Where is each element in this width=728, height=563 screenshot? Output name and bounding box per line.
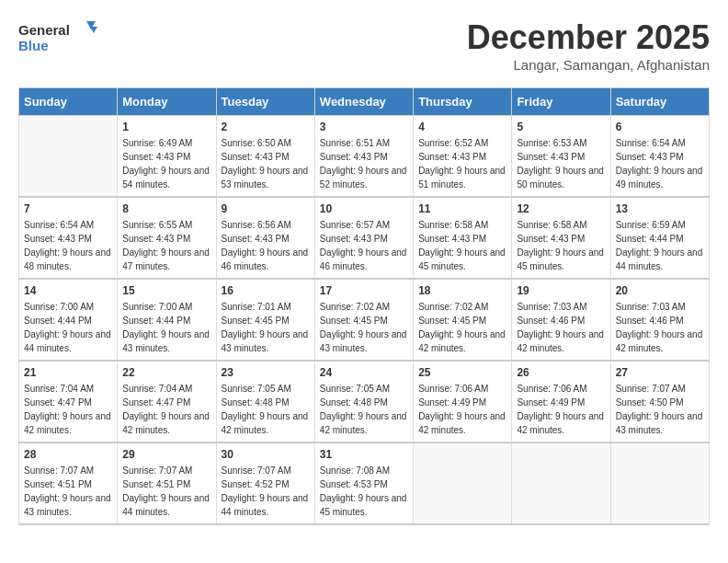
calendar-day-cell: 10Sunrise: 6:57 AMSunset: 4:43 PMDayligh… bbox=[314, 197, 413, 279]
daylight-text: Daylight: 9 hours and 42 minutes. bbox=[418, 411, 506, 435]
daylight-text: Daylight: 9 hours and 44 minutes. bbox=[122, 493, 210, 517]
calendar-day-cell: 25Sunrise: 7:06 AMSunset: 4:49 PMDayligh… bbox=[414, 361, 512, 442]
calendar-day-cell: 8Sunrise: 6:55 AMSunset: 4:43 PMDaylight… bbox=[118, 197, 216, 279]
calendar-week-row: 7Sunrise: 6:54 AMSunset: 4:43 PMDaylight… bbox=[19, 197, 710, 279]
day-info: Sunrise: 6:52 AMSunset: 4:43 PMDaylight:… bbox=[418, 136, 506, 191]
day-number: 2 bbox=[222, 121, 310, 133]
calendar-day-cell: 19Sunrise: 7:03 AMSunset: 4:46 PMDayligh… bbox=[512, 279, 610, 361]
daylight-text: Daylight: 9 hours and 43 minutes. bbox=[320, 329, 407, 353]
calendar-day-cell: 30Sunrise: 7:07 AMSunset: 4:52 PMDayligh… bbox=[216, 442, 314, 524]
sunrise-text: Sunrise: 7:04 AM bbox=[122, 384, 192, 394]
daylight-text: Daylight: 9 hours and 42 minutes. bbox=[320, 411, 407, 435]
day-info: Sunrise: 7:02 AMSunset: 4:45 PMDaylight:… bbox=[320, 300, 408, 355]
sunset-text: Sunset: 4:43 PM bbox=[122, 152, 190, 162]
day-number: 12 bbox=[517, 202, 605, 215]
sunset-text: Sunset: 4:45 PM bbox=[418, 316, 486, 326]
calendar-day-cell bbox=[414, 442, 512, 524]
day-info: Sunrise: 7:06 AMSunset: 4:49 PMDaylight:… bbox=[418, 382, 506, 437]
day-number: 26 bbox=[517, 366, 605, 379]
daylight-text: Daylight: 9 hours and 43 minutes. bbox=[222, 329, 309, 353]
day-number: 6 bbox=[616, 121, 704, 133]
sunrise-text: Sunrise: 7:06 AM bbox=[517, 384, 586, 394]
calendar-day-cell: 18Sunrise: 7:02 AMSunset: 4:45 PMDayligh… bbox=[414, 279, 512, 361]
day-info: Sunrise: 6:49 AMSunset: 4:43 PMDaylight:… bbox=[122, 136, 210, 191]
sunset-text: Sunset: 4:43 PM bbox=[222, 234, 290, 244]
weekday-header-cell: Sunday bbox=[19, 88, 118, 116]
day-number: 16 bbox=[222, 284, 310, 297]
sunset-text: Sunset: 4:43 PM bbox=[517, 152, 585, 162]
month-title: December 2025 bbox=[467, 18, 710, 57]
weekday-header-cell: Monday bbox=[118, 88, 216, 116]
sunset-text: Sunset: 4:48 PM bbox=[320, 397, 388, 408]
sunrise-text: Sunrise: 6:50 AM bbox=[222, 138, 291, 148]
day-info: Sunrise: 7:07 AMSunset: 4:50 PMDaylight:… bbox=[616, 382, 704, 437]
daylight-text: Daylight: 9 hours and 42 minutes. bbox=[222, 411, 309, 435]
daylight-text: Daylight: 9 hours and 46 minutes. bbox=[320, 247, 407, 271]
sunrise-text: Sunrise: 7:03 AM bbox=[616, 302, 686, 312]
sunset-text: Sunset: 4:44 PM bbox=[616, 234, 684, 244]
sunset-text: Sunset: 4:46 PM bbox=[616, 316, 684, 326]
svg-text:Blue: Blue bbox=[18, 38, 49, 53]
calendar-day-cell: 2Sunrise: 6:50 AMSunset: 4:43 PMDaylight… bbox=[216, 116, 314, 198]
day-info: Sunrise: 7:02 AMSunset: 4:45 PMDaylight:… bbox=[418, 300, 506, 355]
sunrise-text: Sunrise: 7:07 AM bbox=[122, 465, 192, 476]
day-info: Sunrise: 6:56 AMSunset: 4:43 PMDaylight:… bbox=[222, 218, 310, 273]
calendar-day-cell: 7Sunrise: 6:54 AMSunset: 4:43 PMDaylight… bbox=[19, 197, 118, 279]
day-number: 14 bbox=[24, 284, 112, 297]
daylight-text: Daylight: 9 hours and 42 minutes. bbox=[122, 411, 210, 435]
sunset-text: Sunset: 4:43 PM bbox=[418, 152, 486, 162]
day-info: Sunrise: 7:04 AMSunset: 4:47 PMDaylight:… bbox=[122, 382, 210, 437]
calendar-day-cell: 12Sunrise: 6:58 AMSunset: 4:43 PMDayligh… bbox=[512, 197, 610, 279]
day-number: 24 bbox=[320, 366, 408, 379]
sunset-text: Sunset: 4:45 PM bbox=[320, 316, 388, 326]
sunrise-text: Sunrise: 7:08 AM bbox=[320, 465, 390, 476]
weekday-header-cell: Tuesday bbox=[216, 88, 314, 116]
day-info: Sunrise: 7:03 AMSunset: 4:46 PMDaylight:… bbox=[517, 300, 605, 355]
calendar-table: SundayMondayTuesdayWednesdayThursdayFrid… bbox=[18, 87, 710, 525]
sunset-text: Sunset: 4:47 PM bbox=[122, 397, 190, 408]
sunrise-text: Sunrise: 7:03 AM bbox=[517, 302, 586, 312]
sunset-text: Sunset: 4:43 PM bbox=[517, 234, 585, 244]
sunrise-text: Sunrise: 7:05 AM bbox=[222, 384, 291, 394]
sunrise-text: Sunrise: 6:51 AM bbox=[320, 138, 390, 148]
calendar-day-cell: 28Sunrise: 7:07 AMSunset: 4:51 PMDayligh… bbox=[19, 442, 118, 524]
calendar-day-cell: 24Sunrise: 7:05 AMSunset: 4:48 PMDayligh… bbox=[314, 361, 413, 442]
sunset-text: Sunset: 4:44 PM bbox=[24, 316, 92, 326]
sunset-text: Sunset: 4:47 PM bbox=[24, 397, 92, 408]
weekday-header-cell: Saturday bbox=[610, 88, 709, 116]
logo-svg: General Blue bbox=[18, 18, 101, 60]
header: General Blue December 2025 Langar, Saman… bbox=[18, 18, 710, 73]
calendar-day-cell: 11Sunrise: 6:58 AMSunset: 4:43 PMDayligh… bbox=[414, 197, 512, 279]
calendar-day-cell: 14Sunrise: 7:00 AMSunset: 4:44 PMDayligh… bbox=[19, 279, 118, 361]
sunrise-text: Sunrise: 7:02 AM bbox=[418, 302, 488, 312]
daylight-text: Daylight: 9 hours and 48 minutes. bbox=[24, 247, 111, 271]
daylight-text: Daylight: 9 hours and 42 minutes. bbox=[418, 329, 506, 353]
sunrise-text: Sunrise: 7:04 AM bbox=[24, 384, 94, 394]
calendar-day-cell: 23Sunrise: 7:05 AMSunset: 4:48 PMDayligh… bbox=[216, 361, 314, 442]
sunset-text: Sunset: 4:43 PM bbox=[222, 152, 290, 162]
daylight-text: Daylight: 9 hours and 49 minutes. bbox=[616, 166, 703, 190]
sunrise-text: Sunrise: 6:53 AM bbox=[517, 138, 586, 148]
day-number: 18 bbox=[418, 284, 506, 297]
day-info: Sunrise: 6:54 AMSunset: 4:43 PMDaylight:… bbox=[616, 136, 704, 191]
sunrise-text: Sunrise: 6:57 AM bbox=[320, 220, 390, 230]
sunrise-text: Sunrise: 7:07 AM bbox=[616, 384, 686, 394]
sunset-text: Sunset: 4:53 PM bbox=[320, 479, 388, 489]
day-info: Sunrise: 6:59 AMSunset: 4:44 PMDaylight:… bbox=[616, 218, 704, 273]
calendar-day-cell: 22Sunrise: 7:04 AMSunset: 4:47 PMDayligh… bbox=[118, 361, 216, 442]
sunrise-text: Sunrise: 7:06 AM bbox=[418, 384, 488, 394]
sunrise-text: Sunrise: 7:07 AM bbox=[222, 465, 291, 476]
day-info: Sunrise: 7:00 AMSunset: 4:44 PMDaylight:… bbox=[122, 300, 210, 355]
calendar-day-cell: 9Sunrise: 6:56 AMSunset: 4:43 PMDaylight… bbox=[216, 197, 314, 279]
day-number: 1 bbox=[122, 121, 210, 133]
day-info: Sunrise: 7:03 AMSunset: 4:46 PMDaylight:… bbox=[616, 300, 704, 355]
day-info: Sunrise: 6:58 AMSunset: 4:43 PMDaylight:… bbox=[517, 218, 605, 273]
day-number: 7 bbox=[24, 202, 112, 215]
day-number: 4 bbox=[418, 121, 506, 133]
sunset-text: Sunset: 4:43 PM bbox=[320, 152, 388, 162]
day-number: 9 bbox=[222, 202, 310, 215]
calendar-day-cell: 13Sunrise: 6:59 AMSunset: 4:44 PMDayligh… bbox=[610, 197, 709, 279]
day-number: 23 bbox=[222, 366, 310, 379]
sunrise-text: Sunrise: 7:07 AM bbox=[24, 465, 94, 476]
sunrise-text: Sunrise: 6:56 AM bbox=[222, 220, 291, 230]
